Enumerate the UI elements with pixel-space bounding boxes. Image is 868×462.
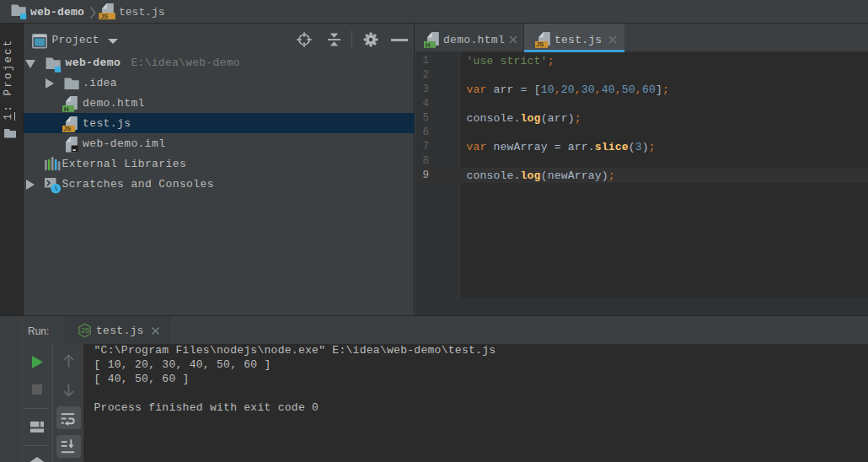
svg-text:JS: JS bbox=[64, 125, 72, 132]
svg-text:JS: JS bbox=[536, 40, 544, 48]
svg-text:JS: JS bbox=[80, 326, 89, 335]
svg-text:H: H bbox=[64, 105, 69, 112]
svg-text:H: H bbox=[426, 40, 431, 48]
svg-text:JS: JS bbox=[100, 13, 108, 19]
